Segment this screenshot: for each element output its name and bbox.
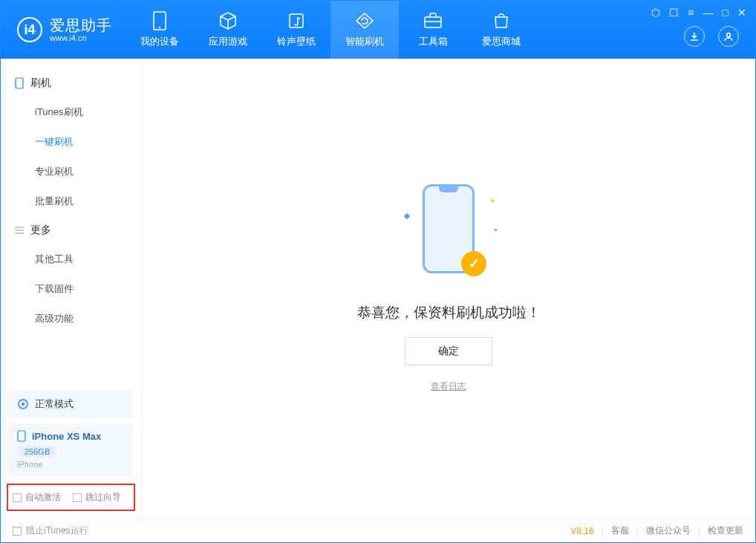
- menu-icon[interactable]: ≡: [688, 7, 694, 19]
- footer-link-support[interactable]: 客服: [611, 524, 629, 537]
- nav-label: 铃声壁纸: [277, 35, 316, 48]
- feedback-icon[interactable]: ☐: [669, 7, 679, 19]
- nav-label: 我的设备: [140, 35, 179, 48]
- checkbox-icon: [13, 527, 22, 536]
- app-name-cn: 爱思助手: [50, 17, 112, 33]
- phone-icon: [14, 78, 25, 88]
- svg-rect-3: [425, 17, 441, 27]
- checkbox-icon: [73, 493, 82, 502]
- refresh-icon: [355, 11, 374, 30]
- nav-smart-flash[interactable]: 智能刷机: [330, 1, 399, 59]
- version-label: V8.16: [570, 526, 593, 536]
- device-mode-label: 正常模式: [35, 397, 74, 411]
- device-name: iPhone XS Max: [32, 431, 101, 442]
- nav-apps-games[interactable]: 应用游戏: [194, 1, 262, 59]
- maximize-icon[interactable]: □: [723, 7, 729, 19]
- device-mode-card[interactable]: 正常模式: [8, 390, 134, 418]
- view-log-link[interactable]: 查看日志: [431, 380, 466, 393]
- music-icon: [287, 11, 306, 30]
- svg-point-7: [22, 403, 25, 406]
- checkbox-label: 自动激活: [25, 491, 61, 504]
- footer-block-itunes-label: 阻止iTunes运行: [26, 524, 88, 537]
- sidebar: 刷机 iTunes刷机 一键刷机 专业刷机 批量刷机 更多 其他工具 下载固件 …: [1, 59, 142, 518]
- check-icon: ✓: [461, 251, 486, 276]
- toolbox-icon: [423, 11, 443, 30]
- svg-rect-8: [18, 431, 25, 441]
- checkbox-auto-activate[interactable]: 自动激活: [13, 491, 61, 504]
- checkbox-label: 跳过向导: [85, 491, 121, 504]
- footer-block-itunes[interactable]: 阻止iTunes运行: [13, 524, 88, 537]
- nav-toolbox[interactable]: 工具箱: [399, 1, 467, 59]
- skin-icon[interactable]: ⬡: [651, 7, 660, 19]
- minimize-icon[interactable]: —: [703, 7, 714, 19]
- sidebar-group-title: 更多: [30, 224, 51, 237]
- bag-icon: [492, 11, 511, 30]
- sidebar-item-pro-flash[interactable]: 专业刷机: [1, 157, 141, 186]
- checkbox-icon: [13, 493, 22, 502]
- cube-icon: [218, 11, 238, 30]
- footer-link-update[interactable]: 检查更新: [708, 524, 743, 537]
- main-content: ✓ 恭喜您，保资料刷机成功啦！ 确定 查看日志: [142, 59, 755, 518]
- nav-ringtones-wallpapers[interactable]: 铃声壁纸: [262, 1, 330, 59]
- nav-label: 工具箱: [419, 35, 448, 48]
- app-window: ⬡ ☐ ≡ — □ ✕ i4 爱思助手 www.i4.cn 我的设备 应用游戏: [0, 0, 756, 543]
- success-illustration: ✓: [415, 184, 482, 281]
- mode-icon: [17, 398, 29, 410]
- ok-button[interactable]: 确定: [405, 337, 492, 365]
- device-info-card[interactable]: iPhone XS Max 256GB iPhone: [8, 423, 134, 476]
- svg-point-1: [159, 27, 160, 28]
- header: ⬡ ☐ ≡ — □ ✕ i4 爱思助手 www.i4.cn 我的设备 应用游戏: [1, 1, 755, 59]
- success-message: 恭喜您，保资料刷机成功啦！: [357, 303, 541, 322]
- list-icon: [14, 225, 25, 235]
- nav-store[interactable]: 爱思商城: [467, 1, 535, 59]
- device-type: iPhone: [17, 460, 125, 469]
- device-icon: [150, 11, 169, 30]
- sidebar-item-other-tools[interactable]: 其他工具: [1, 244, 141, 274]
- body: 刷机 iTunes刷机 一键刷机 专业刷机 批量刷机 更多 其他工具 下载固件 …: [1, 59, 755, 518]
- download-button[interactable]: [684, 26, 705, 47]
- nav-label: 爱思商城: [482, 35, 521, 48]
- logo: i4 爱思助手 www.i4.cn: [1, 1, 126, 59]
- checkbox-skip-guide[interactable]: 跳过向导: [73, 491, 121, 504]
- close-icon[interactable]: ✕: [737, 7, 746, 19]
- sidebar-item-itunes-flash[interactable]: iTunes刷机: [1, 97, 141, 127]
- device-storage: 256GB: [17, 446, 57, 457]
- nav-tabs: 我的设备 应用游戏 铃声壁纸 智能刷机 工具箱 爱思商城: [126, 1, 535, 59]
- device-small-icon: [17, 430, 26, 442]
- checkbox-row: 自动激活 跳过向导: [7, 484, 135, 511]
- sidebar-item-batch-flash[interactable]: 批量刷机: [1, 186, 141, 216]
- nav-my-device[interactable]: 我的设备: [126, 1, 194, 59]
- sidebar-group-title: 刷机: [30, 77, 51, 90]
- sidebar-group-flash: 刷机: [1, 69, 141, 97]
- logo-icon: i4: [17, 17, 42, 42]
- sidebar-item-advanced[interactable]: 高级功能: [1, 304, 141, 334]
- footer-link-wechat[interactable]: 微信公众号: [646, 524, 691, 537]
- nav-label: 智能刷机: [345, 35, 384, 48]
- sidebar-item-download-firmware[interactable]: 下载固件: [1, 274, 141, 304]
- titlebar-controls: ⬡ ☐ ≡ — □ ✕: [651, 7, 746, 19]
- svg-rect-5: [16, 78, 23, 88]
- app-name-en: www.i4.cn: [50, 33, 112, 42]
- nav-label: 应用游戏: [209, 35, 247, 48]
- svg-point-4: [727, 33, 731, 37]
- sidebar-group-more: 更多: [1, 216, 141, 244]
- sidebar-item-oneclick-flash[interactable]: 一键刷机: [1, 127, 141, 157]
- footer: 阻止iTunes运行 V8.16 | 客服 | 微信公众号 | 检查更新: [1, 518, 755, 542]
- user-button[interactable]: [718, 26, 739, 47]
